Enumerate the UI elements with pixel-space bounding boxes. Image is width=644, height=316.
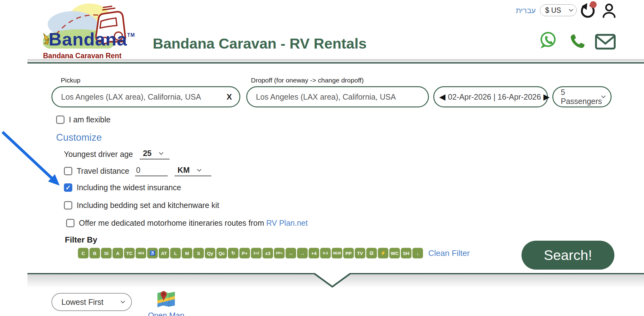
filter-by-title: Filter By	[65, 235, 97, 245]
dropoff-label: Dropoff (for oneway -> change dropoff)	[251, 77, 364, 84]
trademark: TM	[127, 32, 135, 38]
sort-value: Lowest First	[61, 298, 121, 307]
filter-plus-4-icon[interactable]: +4	[309, 248, 319, 258]
filter-class-b-icon[interactable]: B	[89, 248, 100, 258]
dropoff-field[interactable]	[246, 86, 429, 107]
chevron-down-icon	[601, 94, 606, 98]
customize-link[interactable]: Customize	[56, 132, 102, 143]
filter-ages-0-3-icon[interactable]: 0-3	[320, 248, 331, 258]
filter-beds-x3-icon[interactable]: x3	[262, 248, 273, 258]
itineraries-label: Offer me dedicated motorhome itineraries…	[79, 219, 308, 228]
distance-unit-select[interactable]: KM	[175, 166, 211, 176]
filter-wheel-y-icon[interactable]: Qy	[205, 248, 215, 258]
filter-swivel-icon[interactable]: ↻	[228, 248, 238, 258]
language-link[interactable]: עברית	[516, 6, 536, 15]
filter-wheelchair-icon[interactable]: ♿	[147, 248, 158, 258]
phone-button[interactable]	[570, 34, 585, 50]
filter-oneway-rv-icon[interactable]: →	[297, 248, 308, 258]
travel-distance-checkbox[interactable]	[64, 167, 72, 175]
chevron-down-icon	[569, 7, 573, 12]
filter-icons: CBSIATC4X4♿ATLMSQyQc↻P+2+2x3PP+↔→+40-3NE…	[78, 248, 424, 258]
filter-new-rv-icon[interactable]: NEW	[332, 248, 342, 258]
filter-size-large-icon[interactable]: L	[170, 248, 181, 258]
currency-value: $ US	[545, 6, 570, 15]
filter-bed-icon[interactable]: ⊟	[366, 248, 377, 258]
whatsapp-button[interactable]	[539, 31, 557, 50]
open-map-label: Open Map	[147, 311, 185, 316]
brand-subtitle: Bandana Caravan Rent	[43, 52, 122, 60]
date-range-picker[interactable]: ◀ 02-Apr-2026 | 16-Apr-2026 ▶	[433, 86, 548, 107]
itineraries-checkbox[interactable]	[66, 219, 74, 227]
insurance-label: Including the widest insurance	[77, 183, 181, 192]
date-range-value: 02-Apr-2026 | 16-Apr-2026	[445, 92, 543, 101]
user-icon	[601, 2, 617, 19]
whatsapp-icon	[539, 31, 557, 49]
account-button[interactable]	[601, 2, 617, 19]
driver-age-label: Youngest driver age	[64, 150, 133, 159]
mail-icon	[595, 34, 616, 50]
filter-class-si-icon[interactable]: SI	[101, 248, 112, 258]
travel-distance-input[interactable]	[135, 166, 168, 176]
filter-width-icon[interactable]: ↔	[286, 248, 296, 258]
chevron-down-icon	[121, 299, 125, 303]
pickup-label: Pickup	[61, 77, 80, 84]
insurance-row: ✓ Including the widest insurance	[64, 183, 181, 192]
dates-prev-icon[interactable]: ◀	[439, 93, 445, 101]
dates-next-icon[interactable]: ▶	[543, 93, 550, 101]
site-logo[interactable]: BandanaTM Bandana Caravan Rent	[43, 2, 132, 60]
filter-automatic-icon[interactable]: AT	[159, 248, 169, 258]
filter-wheel-c-icon[interactable]: Qc	[216, 248, 227, 258]
filter-family-plus-icon[interactable]: PP+	[274, 248, 285, 258]
clear-pickup-icon[interactable]: X	[224, 92, 239, 102]
clean-filter-link[interactable]: Clean Filter	[428, 248, 470, 258]
travel-distance-row: Travel distance KM	[64, 166, 211, 176]
currency-select[interactable]: $ US	[540, 4, 577, 16]
phone-icon	[570, 34, 585, 49]
filter-couple-icon[interactable]: PP	[343, 248, 354, 258]
rv-plan-link[interactable]: RV Plan.net	[266, 219, 308, 227]
flexible-checkbox[interactable]	[56, 116, 65, 124]
pickup-field[interactable]: X	[51, 86, 240, 107]
passengers-select[interactable]: 5 Passengers	[552, 86, 612, 107]
check-icon: ✓	[65, 184, 71, 191]
dropoff-input[interactable]	[256, 92, 421, 101]
open-map-button[interactable]: Open Map	[147, 290, 185, 316]
map-icon	[157, 290, 175, 309]
flexible-label: I am flexible	[69, 115, 110, 124]
itineraries-row: Offer me dedicated motorhome itineraries…	[66, 219, 308, 228]
page-title: Bandana Caravan - RV Rentals	[153, 35, 367, 52]
notification-badge	[590, 1, 597, 8]
brand-name: BandanaTM	[49, 29, 135, 50]
history-button[interactable]	[579, 2, 595, 19]
filter-icons-row: CBSIATC4X4♿ATLMSQyQc↻P+2+2x3PP+↔→+40-3NE…	[78, 248, 470, 258]
filter-size-medium-icon[interactable]: M	[182, 248, 192, 258]
filter-class-tc-icon[interactable]: TC	[124, 248, 135, 258]
filter-towable-icon[interactable]: ↓	[412, 248, 423, 258]
driver-age-row: Youngest driver age 25	[64, 149, 170, 159]
email-button[interactable]	[595, 34, 616, 51]
filter-class-c-icon[interactable]: C	[78, 248, 89, 258]
pickup-input[interactable]	[61, 92, 224, 101]
flexible-row: I am flexible	[56, 115, 110, 124]
filter-power-icon[interactable]: ⚡	[378, 248, 388, 258]
filter-wc-icon[interactable]: WC	[389, 248, 400, 258]
filter-seats-2plus2-icon[interactable]: 2+2	[251, 248, 262, 258]
filter-tv-icon[interactable]: TV	[355, 248, 365, 258]
rv-rental-search-page: BandanaTM Bandana Caravan Rent Bandana C…	[0, 0, 644, 316]
header-divider	[27, 59, 644, 64]
bedding-checkbox[interactable]	[64, 201, 72, 210]
travel-distance-label: Travel distance	[77, 167, 129, 176]
search-button[interactable]: Search!	[521, 241, 614, 270]
sort-select[interactable]: Lowest First	[51, 293, 132, 311]
driver-age-select[interactable]: 25	[140, 149, 170, 159]
bedding-row: Including bedding set and kitchenware ki…	[64, 201, 219, 210]
bedding-label: Including bedding set and kitchenware ki…	[77, 201, 219, 210]
filter-size-small-icon[interactable]: S	[193, 248, 204, 258]
filter-shower-icon[interactable]: SH	[401, 248, 411, 258]
passengers-value: 5 Passengers	[561, 88, 602, 106]
divider-notch	[312, 273, 353, 289]
filter-person-plus-icon[interactable]: P+	[239, 248, 250, 258]
filter-class-a-icon[interactable]: A	[113, 248, 123, 258]
filter-4x4-icon[interactable]: 4X4	[136, 248, 146, 258]
insurance-checkbox[interactable]: ✓	[64, 183, 72, 192]
